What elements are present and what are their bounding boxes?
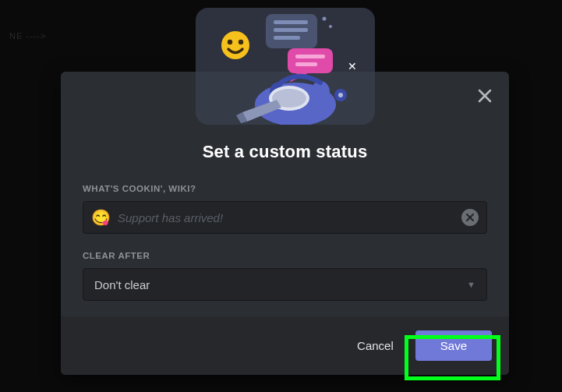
emoji-picker-button[interactable]: 😋: [91, 208, 110, 227]
svg-rect-3: [274, 36, 300, 40]
close-icon: [477, 88, 493, 104]
svg-rect-11: [295, 62, 317, 66]
modal-title: Set a custom status: [83, 142, 487, 162]
close-button[interactable]: [472, 83, 498, 109]
hero-illustration: ✕: [196, 8, 375, 125]
svg-point-6: [221, 31, 249, 59]
x-icon: [466, 214, 474, 221]
backdrop-text: NE ---->: [9, 31, 46, 41]
svg-rect-2: [274, 28, 308, 32]
svg-rect-1: [274, 20, 308, 24]
clear-after-label: CLEAR AFTER: [83, 251, 487, 260]
clear-after-value: Don't clear: [94, 278, 150, 291]
status-input-row: 😋: [83, 201, 487, 234]
modal-footer: Cancel Save: [61, 316, 509, 375]
svg-point-7: [227, 40, 232, 44]
cancel-button[interactable]: Cancel: [346, 331, 405, 360]
save-button[interactable]: Save: [415, 330, 492, 361]
svg-point-5: [329, 25, 332, 28]
svg-point-4: [322, 17, 326, 21]
svg-point-8: [238, 40, 242, 44]
svg-rect-9: [288, 48, 333, 73]
clear-after-select[interactable]: Don't clear ▼: [83, 268, 487, 301]
status-field-label: WHAT'S COOKIN', WIKI?: [83, 184, 487, 193]
chevron-down-icon: ▼: [467, 280, 475, 289]
svg-text:✕: ✕: [348, 60, 357, 72]
status-text-input[interactable]: [118, 211, 461, 224]
svg-point-17: [338, 93, 343, 97]
clear-status-button[interactable]: [461, 209, 479, 226]
custom-status-modal: ✕ Set a custom status WHAT'S COOKIN', WI…: [61, 72, 509, 375]
wumpus-illustration: ✕: [196, 8, 375, 125]
svg-rect-10: [295, 55, 325, 58]
